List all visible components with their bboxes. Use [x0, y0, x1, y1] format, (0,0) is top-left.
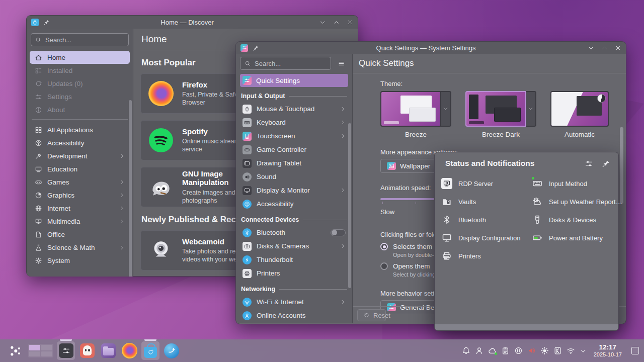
sidebar-item-mouse-touchpad[interactable]: Mouse & Touchpad	[240, 102, 348, 116]
task-kde-tool[interactable]	[161, 339, 182, 362]
discover-search-input[interactable]: Search...	[31, 33, 129, 46]
discover-titlebar[interactable]: Home — Discover	[27, 16, 358, 29]
sidebar-item-office[interactable]: Office	[30, 228, 130, 241]
minimize-button[interactable]	[588, 45, 594, 51]
theme-preview-breeze-dark[interactable]	[465, 91, 526, 127]
status-item-rdp-server[interactable]: RDP Server	[439, 174, 530, 193]
search-icon	[35, 37, 42, 43]
sidebar-item-accessibility[interactable]: Accessibility	[240, 197, 348, 211]
theme-breeze-dark-dropdown-button[interactable]	[526, 91, 536, 127]
sidebar-item-bluetooth[interactable]: Bluetooth	[240, 226, 348, 239]
sidebar-item-graphics[interactable]: Graphics	[30, 189, 130, 202]
status-item-weather[interactable]: Set up Weather Report…	[530, 193, 624, 211]
notifications-icon[interactable]	[462, 346, 470, 355]
sidebar-item-disks-cameras[interactable]: Disks & Cameras	[240, 239, 348, 253]
sidebar-item-updates[interactable]: Updates (0)	[30, 77, 130, 90]
sidebar-item-sound[interactable]: Sound	[240, 170, 348, 184]
media-pause-icon[interactable]	[514, 346, 523, 355]
sidebar-item-thunderbolt[interactable]: Thunderbolt	[240, 253, 348, 266]
maximize-button[interactable]	[333, 19, 340, 26]
reset-button[interactable]: Reset	[357, 309, 386, 321]
volume-icon[interactable]	[527, 346, 536, 355]
status-item-bluetooth[interactable]: Bluetooth	[439, 211, 530, 229]
sidebar-item-keyboard[interactable]: Keyboard	[240, 116, 348, 129]
sidebar-item-internet[interactable]: Internet	[30, 202, 130, 215]
status-item-display-configuration[interactable]: Display Configuration	[439, 229, 530, 247]
clock[interactable]: 12:17 2025-10-17	[594, 343, 622, 357]
task-ghostwriter[interactable]	[76, 339, 98, 362]
sidebar-item-about[interactable]: About	[30, 103, 130, 116]
sidebar-item-accessibility[interactable]: Accessibility	[30, 136, 130, 149]
task-system-settings[interactable]	[55, 339, 76, 362]
task-dolphin[interactable]	[98, 339, 119, 362]
sidebar-item-wifi-internet[interactable]: Wi-Fi & Internet	[240, 295, 348, 309]
close-button[interactable]	[347, 19, 353, 26]
sidebar-item-display-monitor[interactable]: Display & Monitor	[240, 184, 348, 197]
app-launcher-button[interactable]	[5, 339, 26, 362]
sidebar-item-science-math[interactable]: Science & Math	[30, 241, 130, 254]
quick-settings-icon	[243, 76, 252, 85]
status-item-power-battery[interactable]: Power and Battery	[530, 229, 624, 247]
graphics-icon	[35, 192, 42, 199]
peek-desktop-button[interactable]	[631, 347, 639, 354]
sidebar-item-label: Science & Math	[47, 244, 95, 251]
sidebar-item-system[interactable]: System	[30, 254, 130, 267]
sidebar-item-printers[interactable]: Printers	[240, 266, 348, 280]
theme-preview-breeze[interactable]	[380, 91, 441, 127]
weather-cloud-icon[interactable]	[488, 346, 497, 355]
task-firefox[interactable]	[119, 339, 140, 362]
minimize-button[interactable]	[319, 19, 326, 26]
user-icon[interactable]	[475, 346, 484, 355]
theme-option-breeze-dark[interactable]: Breeze Dark	[465, 91, 536, 138]
sidebar-item-game-controller[interactable]: Game Controller	[240, 143, 348, 156]
sidebar-item-development[interactable]: Development	[30, 149, 130, 162]
system-settings-titlebar[interactable]: Quick Settings — System Settings	[236, 42, 626, 54]
virtual-desktop-pager[interactable]	[26, 339, 55, 362]
configure-icon[interactable]	[585, 159, 593, 168]
science-icon	[35, 244, 42, 251]
sidebar-item-label: Sound	[257, 173, 276, 180]
clipboard-icon[interactable]	[501, 346, 510, 355]
theme-option-automatic[interactable]: Automatic	[550, 91, 609, 138]
theme-preview-automatic[interactable]	[550, 91, 609, 127]
hamburger-menu-button[interactable]	[334, 57, 348, 70]
sidebar-item-drawing-tablet[interactable]: Drawing Tablet	[240, 156, 348, 170]
scrollbar[interactable]	[129, 100, 132, 277]
pin-icon[interactable]	[253, 45, 259, 51]
pin-icon[interactable]	[43, 19, 50, 26]
sidebar-item-education[interactable]: Education	[30, 162, 130, 175]
network-icon[interactable]	[567, 346, 575, 355]
radio-button-checked[interactable]	[380, 243, 388, 250]
status-item-input-method[interactable]: Input Method	[530, 174, 624, 193]
sidebar-item-games[interactable]: Games	[30, 175, 130, 189]
status-item-disks-devices[interactable]: Disks & Devices	[530, 211, 624, 229]
radio-button-unchecked[interactable]	[380, 262, 388, 270]
theme-option-breeze[interactable]: Breeze	[380, 91, 451, 138]
chevron-right-icon	[340, 106, 346, 112]
settings-search-input[interactable]: Search...	[240, 57, 331, 70]
development-icon	[35, 152, 42, 160]
sidebar-item-online-accounts[interactable]: Online Accounts	[240, 309, 348, 322]
status-item-vaults[interactable]: Vaults	[439, 193, 530, 211]
scrollbar[interactable]	[348, 123, 351, 288]
sidebar-item-installed[interactable]: Installed	[30, 64, 130, 77]
input-method-k-icon[interactable]	[553, 346, 562, 355]
brightness-icon[interactable]	[540, 346, 549, 355]
status-footer-handle[interactable]	[435, 324, 618, 330]
status-item-printers[interactable]: Printers	[439, 247, 530, 265]
online-accounts-icon	[243, 311, 252, 320]
pin-icon[interactable]	[602, 159, 610, 168]
expand-tray-icon[interactable]	[580, 347, 587, 354]
task-discover[interactable]	[140, 339, 161, 362]
theme-breeze-dropdown-button[interactable]	[441, 91, 451, 127]
wallpaper-button[interactable]: Wallpaper	[380, 159, 437, 173]
maximize-button[interactable]	[601, 45, 608, 51]
sidebar-item-home[interactable]: Home	[30, 51, 130, 64]
sidebar-item-all-applications[interactable]: All Applications	[30, 123, 130, 136]
close-button[interactable]	[615, 45, 621, 51]
sidebar-item-touchscreen[interactable]: Touchscreen	[240, 129, 348, 143]
sidebar-item-multimedia[interactable]: Multimedia	[30, 215, 130, 228]
bluetooth-toggle[interactable]	[331, 229, 346, 236]
sidebar-item-settings[interactable]: Settings	[30, 90, 130, 103]
sidebar-item-quick-settings[interactable]: Quick Settings	[240, 74, 348, 87]
